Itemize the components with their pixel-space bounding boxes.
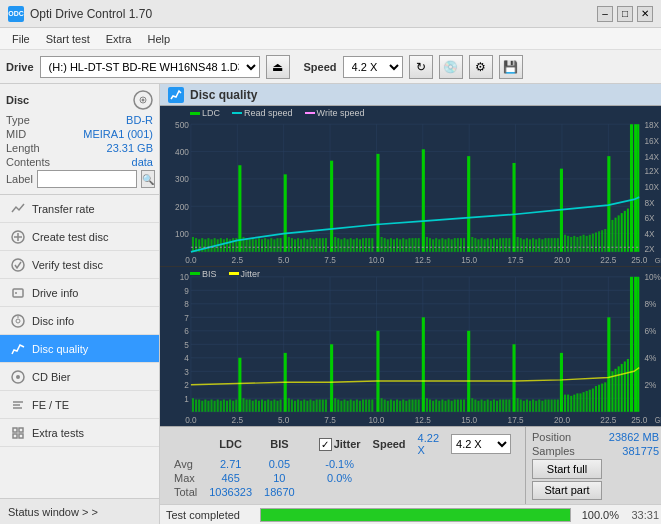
sidebar-item-cd-bier[interactable]: CD Bier xyxy=(0,363,159,391)
menu-start-test[interactable]: Start test xyxy=(38,31,98,47)
svg-rect-369 xyxy=(564,394,566,411)
refresh-button[interactable]: ↻ xyxy=(409,55,433,79)
settings-button[interactable]: ⚙ xyxy=(469,55,493,79)
start-part-button[interactable]: Start part xyxy=(532,481,602,501)
jitter-checkbox[interactable]: ✓ xyxy=(319,438,332,451)
svg-rect-318 xyxy=(399,400,401,411)
disc-button[interactable]: 💿 xyxy=(439,55,463,79)
speed-selector-stats[interactable]: 4.2 X xyxy=(451,434,511,454)
svg-rect-383 xyxy=(607,317,610,411)
sidebar-item-drive-info[interactable]: Drive info xyxy=(0,279,159,307)
svg-rect-255 xyxy=(195,399,197,411)
disc-quality-title: Disc quality xyxy=(190,88,257,102)
restore-button[interactable]: □ xyxy=(617,6,633,22)
speed-value-display: 4.22 X xyxy=(418,432,439,456)
disc-label-input[interactable] xyxy=(37,170,137,188)
svg-rect-162 xyxy=(505,238,507,252)
sidebar-item-extra-tests[interactable]: Extra tests xyxy=(0,419,159,447)
sidebar-item-create-test-disc[interactable]: Create test disc xyxy=(0,223,159,251)
svg-text:2.5: 2.5 xyxy=(232,414,243,425)
start-full-button[interactable]: Start full xyxy=(532,459,602,479)
disc-contents-key: Contents xyxy=(6,156,50,168)
svg-text:17.5: 17.5 xyxy=(508,414,524,425)
speed-select-drive[interactable]: 4.2 X xyxy=(343,56,403,78)
svg-rect-356 xyxy=(523,400,525,411)
svg-rect-345 xyxy=(487,399,489,411)
svg-text:300: 300 xyxy=(175,174,189,184)
svg-rect-254 xyxy=(192,398,194,411)
disc-label-btn[interactable]: 🔍 xyxy=(141,170,155,188)
svg-rect-104 xyxy=(316,238,318,252)
drive-label: Drive xyxy=(6,61,34,73)
status-window-button[interactable]: Status window > > xyxy=(0,498,159,524)
svg-rect-106 xyxy=(322,238,324,252)
sidebar-item-verify-test-disc[interactable]: Verify test disc xyxy=(0,251,159,279)
svg-text:1: 1 xyxy=(184,393,189,404)
svg-rect-276 xyxy=(261,399,263,411)
svg-text:2.5: 2.5 xyxy=(232,255,244,265)
svg-rect-116 xyxy=(356,238,358,252)
disc-quality-icon xyxy=(10,341,26,357)
close-button[interactable]: ✕ xyxy=(637,6,653,22)
svg-rect-128 xyxy=(396,238,398,252)
stats-avg-ldc: 2.71 xyxy=(203,457,258,471)
sidebar-item-fe-te[interactable]: FE / TE xyxy=(0,391,159,419)
save-button[interactable]: 💾 xyxy=(499,55,523,79)
svg-rect-156 xyxy=(487,238,489,252)
menu-extra[interactable]: Extra xyxy=(98,31,140,47)
svg-rect-261 xyxy=(214,400,216,411)
create-test-disc-icon xyxy=(10,229,26,245)
sidebar-item-disc-info[interactable]: Disc info xyxy=(0,307,159,335)
svg-rect-85 xyxy=(255,239,257,252)
svg-rect-181 xyxy=(567,236,569,252)
stats-max-jitter: 0.0% xyxy=(313,471,367,485)
svg-rect-338 xyxy=(463,399,465,411)
svg-rect-185 xyxy=(579,236,581,252)
app-icon: ODC xyxy=(8,6,24,22)
svg-rect-174 xyxy=(544,238,546,252)
jitter-label: Jitter xyxy=(334,438,361,450)
disc-icon xyxy=(133,90,153,110)
svg-rect-291 xyxy=(309,399,311,411)
stats-col-ldc: LDC xyxy=(203,431,258,457)
svg-rect-326 xyxy=(426,398,428,411)
svg-rect-337 xyxy=(460,399,462,411)
svg-text:500: 500 xyxy=(175,119,189,129)
svg-rect-297 xyxy=(330,344,333,411)
svg-rect-314 xyxy=(387,400,389,411)
main-area: Disc Type BD-R MID MEIRA1 (001) Length 2… xyxy=(0,84,661,524)
sidebar-item-disc-quality[interactable]: Disc quality xyxy=(0,335,159,363)
stats-position-val: 23862 MB xyxy=(609,431,659,443)
menu-file[interactable]: File xyxy=(4,31,38,47)
svg-rect-186 xyxy=(583,235,585,252)
svg-rect-159 xyxy=(496,239,498,252)
eject-button[interactable]: ⏏ xyxy=(266,55,290,79)
svg-rect-279 xyxy=(270,400,272,411)
svg-rect-315 xyxy=(390,399,392,411)
svg-rect-335 xyxy=(454,399,456,411)
stats-total-ldc: 1036323 xyxy=(203,485,258,499)
svg-rect-325 xyxy=(422,317,425,411)
svg-rect-280 xyxy=(273,399,275,411)
svg-rect-148 xyxy=(460,238,462,252)
svg-rect-359 xyxy=(532,399,534,411)
svg-rect-344 xyxy=(484,400,486,411)
disc-quality-header-icon xyxy=(168,87,184,103)
svg-rect-342 xyxy=(477,400,479,411)
menu-help[interactable]: Help xyxy=(139,31,178,47)
svg-rect-118 xyxy=(362,238,364,252)
svg-rect-150 xyxy=(467,156,470,252)
svg-rect-309 xyxy=(368,399,370,411)
svg-rect-65 xyxy=(192,237,194,252)
svg-rect-143 xyxy=(444,239,446,252)
stats-avg-spacer xyxy=(301,457,313,471)
drive-select[interactable]: (H:) HL-DT-ST BD-RE WH16NS48 1.D3 xyxy=(40,56,260,78)
status-bar: Test completed 100.0% 33:31 xyxy=(160,504,661,524)
svg-rect-328 xyxy=(432,400,434,411)
svg-rect-170 xyxy=(532,238,534,252)
stats-max-ldc: 465 xyxy=(203,471,258,485)
svg-text:2X: 2X xyxy=(644,243,654,253)
svg-rect-294 xyxy=(319,399,321,411)
sidebar-item-transfer-rate[interactable]: Transfer rate xyxy=(0,195,159,223)
minimize-button[interactable]: – xyxy=(597,6,613,22)
